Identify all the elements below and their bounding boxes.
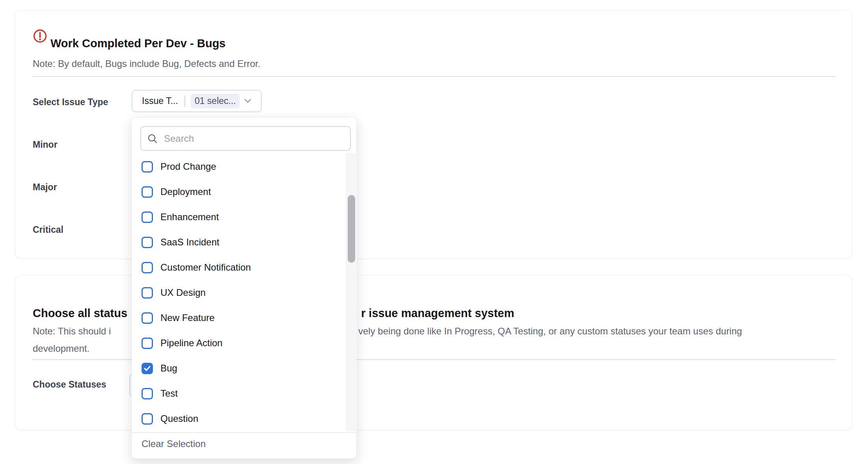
dropdown-scrollbar-thumb[interactable] <box>348 195 355 263</box>
issue-type-dropdown-trigger[interactable]: Issue T... 01 selec... <box>132 90 262 112</box>
selected-count-badge: 01 selec... <box>191 94 240 108</box>
list-item-new-feature[interactable]: New Feature <box>132 305 346 330</box>
list-item-pipeline-action[interactable]: Pipeline Action <box>132 330 346 356</box>
statuses-note-right-fragment: vely being done like In Progress, QA Tes… <box>358 325 742 338</box>
chevron-down-icon <box>244 99 251 103</box>
list-item-label: Enhancement <box>160 212 219 223</box>
list-item-label: Bug <box>160 363 177 374</box>
issue-type-dropdown-panel: Prod Change Deployment Enhancement SaaS … <box>131 117 357 459</box>
list-item-label: Test <box>160 388 178 399</box>
list-item-label: Prod Change <box>160 161 216 172</box>
checkbox-icon[interactable] <box>142 237 153 248</box>
list-item-enhancement[interactable]: Enhancement <box>132 204 346 230</box>
card1-note: Note: By default, Bugs include Bug, Defe… <box>33 58 261 70</box>
page-title: Work Completed Per Dev - Bugs <box>50 35 225 51</box>
list-item-saas-incident[interactable]: SaaS Incident <box>132 230 346 255</box>
checkbox-icon[interactable] <box>142 186 153 198</box>
search-icon <box>147 134 158 144</box>
select-issue-type-label: Select Issue Type <box>33 97 108 108</box>
checkbox-icon[interactable] <box>142 413 153 425</box>
alert-circle-icon <box>33 29 47 43</box>
issue-type-trigger-label: Issue T... <box>142 96 178 106</box>
statuses-note-line2: development. <box>33 342 89 355</box>
statuses-note-left-fragment: Note: This should i <box>33 325 111 338</box>
critical-label: Critical <box>33 224 63 235</box>
choose-statuses-label: Choose Statuses <box>33 379 106 390</box>
list-item-label: UX Design <box>160 287 206 298</box>
checkbox-icon[interactable] <box>142 287 153 299</box>
list-item-label: SaaS Incident <box>160 237 219 248</box>
clear-selection-button[interactable]: Clear Selection <box>142 438 206 449</box>
list-item-label: Question <box>160 413 198 424</box>
list-item-customer-notification[interactable]: Customer Notification <box>132 255 346 280</box>
checkbox-icon[interactable] <box>142 338 153 349</box>
checkbox-icon[interactable] <box>142 363 153 374</box>
statuses-heading-right-fragment: r issue management system <box>361 305 514 321</box>
list-item-test[interactable]: Test <box>132 381 346 406</box>
list-item-bug[interactable]: Bug <box>132 356 346 381</box>
checkbox-icon[interactable] <box>142 161 153 173</box>
card1-divider <box>33 76 835 77</box>
checkbox-icon[interactable] <box>142 312 153 324</box>
list-item-deployment[interactable]: Deployment <box>132 179 346 204</box>
list-item-label: New Feature <box>160 312 214 323</box>
trigger-divider <box>184 95 185 107</box>
search-input[interactable] <box>163 133 344 145</box>
panel-footer-divider <box>132 432 356 433</box>
list-item-label: Deployment <box>160 186 211 197</box>
checkbox-icon[interactable] <box>142 388 153 399</box>
checkbox-icon[interactable] <box>142 212 153 223</box>
minor-label: Minor <box>33 139 58 150</box>
dropdown-list: Prod Change Deployment Enhancement SaaS … <box>132 154 346 431</box>
statuses-heading-left-fragment: Choose all status <box>33 305 127 321</box>
checkbox-icon[interactable] <box>142 262 153 273</box>
list-item-label: Pipeline Action <box>160 338 222 349</box>
list-item-question[interactable]: Question <box>132 406 346 431</box>
dropdown-search-box <box>140 126 351 151</box>
list-item-prod-change[interactable]: Prod Change <box>132 154 346 179</box>
list-item-label: Customer Notification <box>160 262 251 273</box>
list-item-ux-design[interactable]: UX Design <box>132 280 346 305</box>
major-label: Major <box>33 182 57 193</box>
